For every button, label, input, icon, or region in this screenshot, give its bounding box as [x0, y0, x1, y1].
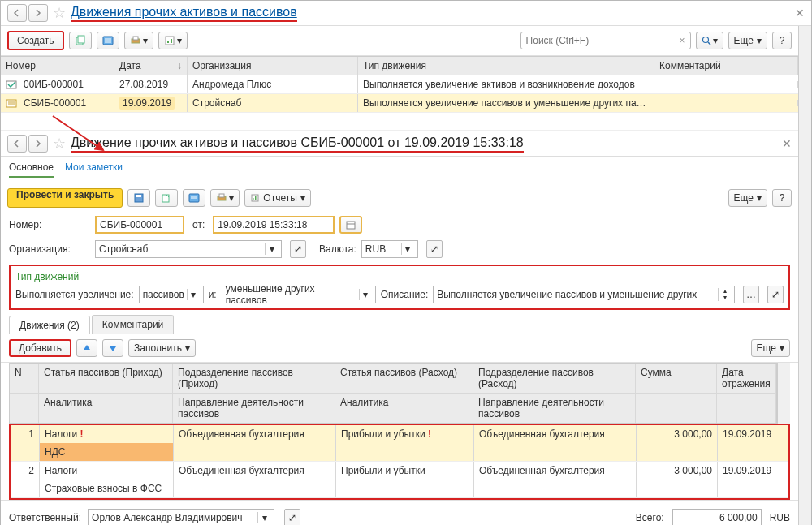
move-up-button[interactable]: [76, 339, 97, 357]
search-go-button[interactable]: ▾: [696, 32, 723, 49]
lines-body: 1Налоги !Объединенная бухгалтерияПрибыли…: [9, 424, 790, 500]
svg-rect-29: [347, 222, 355, 229]
doc-more-button[interactable]: Еще▾: [728, 189, 767, 207]
total-currency: RUB: [770, 512, 790, 523]
page-title[interactable]: Движения прочих активов и пассивов: [71, 5, 297, 22]
calendar-button[interactable]: [339, 216, 362, 234]
org-label: Организация:: [9, 243, 90, 255]
doc-help-button[interactable]: ?: [772, 189, 792, 207]
currency-label: Валюта:: [319, 243, 356, 255]
list-row[interactable]: 00ИБ-00000127.08.2019Андромеда ПлюсВыпол…: [1, 75, 798, 94]
close-icon[interactable]: ✕: [795, 6, 805, 19]
desc-ellipsis-button[interactable]: …: [743, 286, 759, 303]
add-line-button[interactable]: Добавить: [9, 339, 71, 357]
date-field[interactable]: 19.09.2019 15:33:18: [213, 216, 335, 234]
col-number[interactable]: Номер: [1, 57, 114, 75]
scrollbar[interactable]: [777, 363, 790, 424]
favorite-icon[interactable]: ☆: [53, 4, 66, 22]
subnav-notes[interactable]: Мои заметки: [65, 161, 123, 178]
lines-header-row2: Аналитика Направление деятельности пасси…: [10, 394, 776, 424]
doc-status-icon: [6, 99, 19, 109]
svg-rect-19: [136, 195, 141, 197]
window-scrollbar[interactable]: [798, 26, 811, 525]
total-field: 6 000,00: [672, 509, 762, 525]
currency-field[interactable]: RUB▾: [361, 240, 418, 258]
table-row[interactable]: 2НалогиОбъединенная бухгалтерияПрибыли и…: [11, 462, 788, 480]
create-button[interactable]: Создать: [7, 31, 64, 50]
fill-button[interactable]: Заполнить▾: [128, 339, 196, 357]
incr-field[interactable]: пассивов▾: [139, 286, 204, 303]
currency-open-button[interactable]: ⤢: [426, 240, 443, 258]
number-label: Номер:: [9, 219, 90, 230]
movement-type-section: Тип движений Выполняется увеличение: пас…: [9, 265, 790, 310]
resp-field[interactable]: Орлов Александр Владимирович▾: [88, 509, 274, 525]
more-button[interactable]: Еще▾: [728, 32, 767, 49]
grid-header: Номер Дата ↓ Организация Тип движения Ко…: [1, 56, 798, 75]
org-open-button[interactable]: ⤢: [290, 240, 306, 258]
svg-rect-28: [255, 196, 257, 200]
post-and-close-button[interactable]: Провести и закрыть: [7, 188, 123, 208]
doc-title: Движение прочих активов и пассивов СБИБ-…: [71, 136, 524, 153]
resp-label: Ответственный:: [9, 512, 81, 523]
doc-forward-button[interactable]: [28, 135, 48, 153]
lines-header-row1: N Статья пассивов (Приход) Подразделение…: [10, 364, 776, 394]
search-input-wrapper: ×: [520, 32, 691, 49]
svg-rect-1: [78, 36, 84, 43]
lines-more-button[interactable]: Еще▾: [751, 339, 790, 357]
table-row-sub[interactable]: НДС: [11, 443, 788, 462]
tab-lines[interactable]: Движения (2): [9, 316, 90, 334]
svg-line-12: [708, 42, 710, 45]
from-label: от:: [192, 219, 205, 230]
doc-status-icon: [6, 80, 19, 90]
desc-open-button[interactable]: ⤢: [767, 286, 784, 303]
svg-point-11: [702, 37, 708, 43]
print-button[interactable]: ▾: [124, 32, 153, 49]
copy-button[interactable]: [69, 32, 92, 49]
doc-back-button[interactable]: [7, 135, 27, 153]
col-type[interactable]: Тип движения: [358, 57, 654, 75]
incr-label: Выполняется увеличение:: [15, 289, 134, 300]
svg-rect-10: [171, 39, 172, 43]
post-button[interactable]: [155, 189, 178, 207]
forward-button[interactable]: [28, 4, 48, 22]
total-label: Всего:: [636, 512, 664, 523]
move-down-button[interactable]: [102, 339, 123, 357]
doc-print-button[interactable]: ▾: [210, 189, 240, 207]
list-row[interactable]: СБИБ-00000119.09.2019СтройснабВыполняетс…: [1, 94, 798, 113]
table-row-sub[interactable]: Страховые взносы в ФСС: [11, 480, 788, 498]
search-input[interactable]: [521, 35, 675, 46]
reports-button[interactable]: ▾: [158, 32, 188, 49]
doc-reports-button[interactable]: Отчеты▾: [244, 189, 310, 207]
list-button[interactable]: [97, 32, 119, 49]
col-date[interactable]: Дата ↓: [114, 57, 188, 75]
doc-list-button[interactable]: [183, 189, 205, 207]
resp-open-button[interactable]: ⤢: [284, 509, 300, 525]
clear-search-icon[interactable]: ×: [675, 35, 690, 46]
org-field[interactable]: Стройснаб▾: [95, 240, 282, 258]
tab-comment[interactable]: Комментарий: [92, 315, 175, 334]
back-button[interactable]: [7, 4, 27, 22]
col-org[interactable]: Организация: [188, 57, 358, 75]
number-field[interactable]: СБИБ-000001: [95, 216, 184, 234]
svg-rect-27: [253, 198, 254, 200]
and-label: и:: [209, 289, 217, 300]
save-button[interactable]: [127, 189, 150, 207]
svg-rect-8: [166, 37, 174, 45]
doc-close-icon[interactable]: ✕: [782, 137, 792, 150]
help-button[interactable]: ?: [772, 32, 792, 49]
svg-rect-9: [167, 41, 169, 43]
doc-favorite-icon[interactable]: ☆: [53, 135, 66, 153]
svg-rect-7: [133, 37, 138, 40]
desc-label: Описание:: [381, 289, 429, 300]
decr-field[interactable]: уменьшение других пассивов▾: [222, 286, 376, 303]
table-row[interactable]: 1Налоги !Объединенная бухгалтерияПрибыли…: [11, 425, 788, 443]
desc-field[interactable]: Выполняется увеличение пассивов и уменьш…: [433, 286, 735, 303]
col-comment[interactable]: Комментарий: [654, 57, 798, 75]
subnav-main[interactable]: Основное: [9, 161, 54, 178]
type-title: Тип движений: [15, 271, 784, 282]
svg-rect-25: [219, 194, 224, 197]
